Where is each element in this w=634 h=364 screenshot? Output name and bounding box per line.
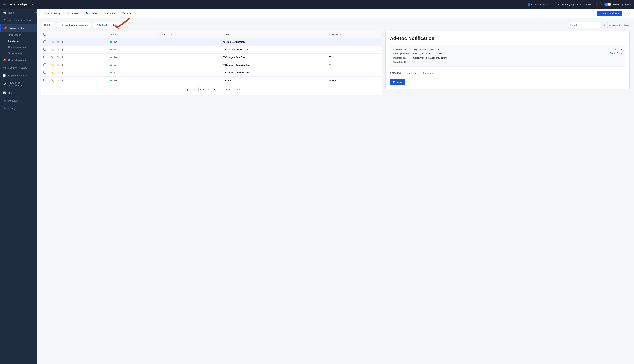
sidebar-item-communications[interactable]: 📣 Communications	[0, 24, 37, 32]
sidebar-item-home[interactable]: 🏠 Home	[0, 9, 37, 16]
sidebar-item-communications-sub[interactable]: Communications	[0, 44, 37, 50]
last-updated-label: Last Updated:	[393, 52, 413, 55]
advanced-link[interactable]: Advanced	[609, 24, 620, 26]
sidebar-item-settings[interactable]: ⚙ Settings	[0, 104, 37, 112]
search-button[interactable]: 🔍	[601, 22, 608, 28]
sidebar-item-situational-awareness-label: Situational Awareness	[8, 19, 32, 22]
status-label-2: Live	[113, 48, 117, 51]
org-name: Tower Global (Organization Admin)	[554, 3, 591, 6]
table-row[interactable]: ✏️ ⧉ ⬇ Live IT Outage - Dev Ops IT	[41, 54, 382, 61]
copy-btn-4[interactable]: ⧉	[56, 63, 60, 67]
name-cell-5: IT Outage - Service Ops	[220, 69, 326, 76]
table-row[interactable]: ✏️ ⧉ ⬇ Live IT Outage - DR/BC Ops IT	[41, 46, 382, 54]
org-menu[interactable]: Tower Global (Organization Admin) ▾	[551, 3, 593, 6]
category-sort-icon[interactable]: ⇕	[340, 34, 341, 36]
preview-tabs-bar: PREVIEW: Input Form Message	[390, 70, 625, 76]
name-sort-icon[interactable]: ▲	[230, 34, 232, 36]
copy-btn-1[interactable]: ⧉	[56, 40, 60, 44]
status-sort-icon[interactable]: ⇕	[118, 34, 120, 36]
logo[interactable]: everbridge	[3, 2, 27, 7]
preview-tab-message[interactable]: Message	[421, 70, 436, 76]
user-menu[interactable]: 👤 Christian Cole ▾	[527, 3, 548, 6]
status-cell-5: Live	[110, 71, 152, 74]
tab-variables[interactable]: Variables	[119, 10, 136, 18]
edit-btn-6[interactable]: ✏️	[51, 79, 55, 82]
toggle-360[interactable]: Everbridge 360™	[604, 2, 631, 6]
edit-btn-4[interactable]: ✏️	[51, 63, 55, 67]
delete-button[interactable]: Delete	[41, 22, 54, 28]
template-id-cell-5	[154, 69, 220, 76]
row-checkbox-6[interactable]	[44, 79, 46, 82]
sidebar-item-snapcomms[interactable]: SnapComms	[0, 50, 37, 56]
edit-btn-5[interactable]: ✏️	[51, 71, 55, 74]
sidebar-item-incidents[interactable]: Incidents	[0, 38, 37, 44]
edit-btn-2[interactable]: ✏️	[51, 48, 55, 52]
help-button[interactable]: ?	[596, 2, 601, 7]
preview-button[interactable]: Preview	[390, 79, 405, 85]
select-all-checkbox[interactable]	[44, 33, 46, 36]
download-btn-4[interactable]: ⬇	[61, 63, 64, 67]
row-checkbox-5[interactable]	[44, 71, 46, 74]
divider: |	[621, 24, 622, 26]
page-number-input[interactable]	[191, 87, 199, 92]
set-to-draft-link[interactable]: Set to Draft	[610, 52, 622, 54]
launch-incident-button[interactable]: Launch Incident	[597, 11, 622, 16]
tab-scheduled[interactable]: Scheduled	[64, 10, 82, 18]
table-row[interactable]: ✏️ ⧉ ⬇ Live Ad-Hoc Notification ---	[41, 38, 382, 46]
live-dot-6	[110, 80, 112, 81]
download-btn-5[interactable]: ⬇	[61, 71, 64, 74]
tab-scenarios[interactable]: Scenarios	[101, 10, 118, 18]
table-row[interactable]: ✏️ ⧉ ⬇ Live IT Outage - Security Ops IT	[41, 61, 382, 69]
row-checkbox-1[interactable]	[44, 40, 46, 43]
preview-tab-input-form[interactable]: Input Form	[404, 70, 421, 76]
reset-link[interactable]: Reset	[623, 24, 629, 26]
detail-title: Ad-Hoc Notification	[390, 36, 625, 41]
upload-template-button[interactable]: ⬆ Upload Template	[93, 22, 120, 28]
sidebar-item-ita[interactable]: 📈 ITA	[0, 89, 37, 97]
edit-btn-1[interactable]: ✏️	[51, 40, 55, 44]
sidebar-item-notifications[interactable]: Notifications	[0, 32, 37, 38]
search-input[interactable]	[568, 22, 601, 28]
row-checkbox-2[interactable]	[44, 48, 46, 50]
copy-btn-5[interactable]: ⧉	[56, 71, 60, 74]
download-btn-3[interactable]: ⬇	[61, 56, 64, 59]
tab-help-button[interactable]: ?	[624, 11, 629, 16]
sidebar-item-crisis-management[interactable]: 🚨 Crisis Management	[0, 56, 37, 64]
per-page-select[interactable]: 50 25 100	[206, 87, 216, 92]
detail-meta: Created On: Sep 03, 2021 11:03:01 PDT La…	[390, 45, 625, 66]
tab-open-history[interactable]: Open / History	[41, 10, 63, 18]
copy-btn-2[interactable]: ⧉	[56, 48, 60, 52]
category-cell-1: ---	[326, 38, 382, 46]
download-btn-2[interactable]: ⬇	[61, 48, 64, 52]
sidebar-item-reports-analytics[interactable]: 📊 Reports + Analytics	[0, 72, 37, 79]
table-body: ✏️ ⧉ ⬇ Live Ad-Hoc Notification --- ✏️ ⧉…	[41, 38, 382, 84]
sidebar-expand-btn[interactable]: »	[31, 2, 35, 7]
row-checkbox-3[interactable]	[44, 56, 46, 58]
new-template-label: + New Incident Template	[62, 24, 88, 26]
sidebar-item-notifications-label: Notifications	[8, 34, 21, 36]
copy-btn-3[interactable]: ⧉	[56, 55, 60, 59]
updated-by-label: Updated By:	[393, 56, 413, 59]
new-incident-template-button[interactable]: + + New Incident Template	[56, 22, 91, 28]
nav-right: 👤 Christian Cole ▾ Tower Global (Organiz…	[527, 2, 631, 7]
copy-btn-6[interactable]: ⧉	[56, 78, 60, 82]
edit-btn-3[interactable]: ✏️	[51, 56, 55, 59]
sidebar-item-workflow[interactable]: ⚙ Workflow	[0, 97, 37, 104]
category-cell-4: IT	[326, 61, 382, 69]
tab-templates[interactable]: Templates	[83, 10, 101, 18]
table-row[interactable]: ✏️ ⧉ ⬇ Live Wildfire Safety	[41, 76, 382, 84]
download-btn-1[interactable]: ⬇	[61, 40, 64, 44]
download-btn-6[interactable]: ⬇	[61, 79, 64, 82]
row-checkbox-4[interactable]	[44, 64, 46, 66]
sidebar-item-contacts-assets[interactable]: 👥 Contacts + Assets	[0, 64, 37, 72]
sidebar-item-travel-risk[interactable]: ✈️ Travel Risk Management	[0, 79, 37, 89]
template-id-sort-icon[interactable]: ⇕	[170, 34, 172, 36]
col-actions	[48, 31, 108, 38]
row-actions-2: ✏️ ⧉ ⬇	[51, 48, 106, 52]
col-category: Category ⇕	[326, 31, 382, 38]
status-cell-2: Live	[110, 48, 152, 51]
sidebar-item-situational-awareness[interactable]: 📍 Situational Awareness	[0, 16, 37, 24]
sidebar-item-travel-risk-label: Travel Risk Management	[8, 82, 34, 87]
table-row[interactable]: ✏️ ⧉ ⬇ Live IT Outage - Service Ops IT	[41, 69, 382, 76]
toggle-switch[interactable]	[604, 2, 611, 6]
